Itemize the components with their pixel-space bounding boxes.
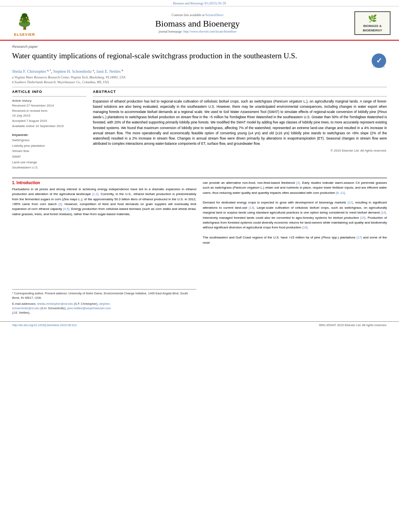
sciencedirect-link[interactable]: ScienceDirect <box>206 13 224 17</box>
author-1[interactable]: Sheila F. Christopher <box>12 69 46 74</box>
intro-col2-text: can provide an alternative non-food, non… <box>203 181 387 245</box>
article-info-abstract: ARTICLE INFO Article history: Received 2… <box>12 90 387 174</box>
doi-link[interactable]: http://dx.doi.org/10.1016/j.biombioe.201… <box>12 323 77 327</box>
affiliations: a Virginia Water Resources Research Cent… <box>12 75 387 84</box>
biomass-logo-area: 🌿 BIOMASS & BIOENERGY <box>352 11 393 35</box>
article-title: Water quantity implications of regional-… <box>12 51 367 61</box>
abstract-heading: ABSTRACT <box>93 90 387 94</box>
author-2[interactable]: Stephen H. Schoenholtz <box>53 69 92 74</box>
biomass-bioenergy-logo: 🌿 BIOMASS & BIOENERGY <box>354 11 391 35</box>
footnote-emails: E-mail addresses: sheila.christopher@nd.… <box>12 302 196 306</box>
svg-point-4 <box>22 13 27 17</box>
svg-point-6 <box>27 20 29 22</box>
issn-text: 0961-9534/© 2015 Elsevier Ltd. All right… <box>319 323 387 327</box>
svg-point-5 <box>20 21 22 23</box>
elsevier-text: ELSEVIER <box>14 33 35 37</box>
crossmark-icon: ✓ CrossMark <box>371 53 387 69</box>
svg-text:✓: ✓ <box>376 57 382 65</box>
journal-citation: Biomass and Bioenergy 83 (2015) 50–59 <box>0 0 399 6</box>
footnote-emails-cont: schoenholtz@vt.edu (S.H. Schoenholtz), j… <box>12 306 196 310</box>
title-row: Water quantity implications of regional-… <box>12 51 387 69</box>
leaf-icon: 🌿 <box>357 14 388 24</box>
footnotes: * Corresponding author. Present address:… <box>12 289 196 315</box>
paper-type: Research paper <box>12 45 387 49</box>
footnote-nettles: (J.E. Nettles). <box>12 310 196 315</box>
elsevier-logo: ELSEVIER <box>14 10 36 37</box>
affiliation-a: a Virginia Water Resources Research Cent… <box>12 75 387 80</box>
journal-title-area: Contents lists available at ScienceDirec… <box>47 13 348 33</box>
journal-header: ELSEVIER Contents lists available at Sci… <box>0 6 399 41</box>
intro-col1-text: Fluctuations in oil prices and strong in… <box>12 187 196 217</box>
email-2-link-cont[interactable]: schoenholtz@vt.edu <box>12 306 39 310</box>
keywords-section: Keywords: Switchgrass Loblolly pine plan… <box>12 132 86 170</box>
body-col-right: can provide an alternative non-food, non… <box>203 181 387 315</box>
info-divider <box>12 96 86 97</box>
email-3-link[interactable]: jami.nettles@weyerhaeuser.com <box>67 306 111 310</box>
article-info-col: ARTICLE INFO Article history: Received 2… <box>12 90 86 174</box>
body-content: 1. Introduction Fluctuations in oil pric… <box>12 181 387 315</box>
header-divider <box>12 87 387 87</box>
author-3[interactable]: Jami E. Nettles <box>96 69 121 74</box>
email-1-link[interactable]: sheila.christopher@nd.edu <box>37 302 73 306</box>
journal-name: Biomass and Bioenergy <box>47 18 348 29</box>
article-history: Article history: Received 27 November 20… <box>12 99 86 129</box>
svg-point-8 <box>26 17 27 18</box>
svg-text:CrossMark: CrossMark <box>373 66 385 68</box>
abstract-col: ABSTRACT Expansion of ethanol production… <box>93 90 387 174</box>
section-divider-intro <box>12 178 387 178</box>
main-content: Research paper Water quantity implicatio… <box>0 41 399 319</box>
elsevier-tree-icon <box>14 10 36 32</box>
journal-homepage-link[interactable]: http://www.elsevier.com/locate/biombioe <box>183 30 237 33</box>
footnote-corresponding: * Corresponding author. Present address:… <box>12 291 196 300</box>
affiliation-b: b Southern Timberlands Research, Weyerha… <box>12 80 387 84</box>
abstract-text: Expansion of ethanol production has led … <box>93 99 387 147</box>
history-label: Article history: <box>12 99 86 103</box>
bottom-bar: http://dx.doi.org/10.1016/j.biombioe.201… <box>0 321 399 329</box>
body-col-left: 1. Introduction Fluctuations in oil pric… <box>12 181 196 315</box>
journal-homepage-line: journal homepage: http://www.elsevier.co… <box>47 30 348 33</box>
article-info-heading: ARTICLE INFO <box>12 90 86 94</box>
svg-point-7 <box>22 18 23 20</box>
keywords: Keywords: Switchgrass Loblolly pine plan… <box>12 132 86 170</box>
email-2-link[interactable]: stephen. <box>99 302 111 306</box>
abstract-divider <box>93 96 387 97</box>
sciencedirect-line: Contents lists available at ScienceDirec… <box>47 13 348 17</box>
intro-heading: 1. Introduction <box>12 181 196 185</box>
elsevier-logo-area: ELSEVIER <box>6 10 43 37</box>
authors: Sheila F. Christopher a, *, Stephen H. S… <box>12 69 387 74</box>
article-dates: Received 27 November 2014 Received in re… <box>12 103 86 129</box>
copyright: © 2015 Elsevier Ltd. All rights reserved… <box>93 149 387 152</box>
